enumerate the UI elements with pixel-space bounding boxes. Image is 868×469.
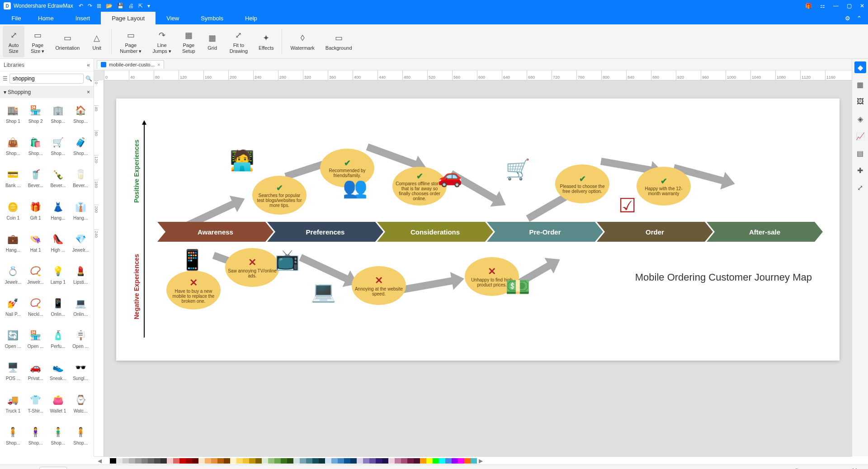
palette-prev-icon[interactable]: ◀: [96, 458, 104, 464]
library-item[interactable]: 🪧Open ...: [69, 326, 92, 357]
color-swatch[interactable]: [110, 458, 116, 464]
color-swatch[interactable]: [452, 458, 458, 464]
redo-icon[interactable]: ↷: [88, 3, 92, 9]
library-menu-icon[interactable]: ☰: [3, 73, 8, 84]
library-item[interactable]: 🎁Gift 1: [24, 197, 47, 229]
color-swatch[interactable]: [198, 458, 205, 464]
library-item[interactable]: 👟Sneak...: [47, 358, 70, 389]
library-item[interactable]: 🏬Shop 1: [2, 101, 24, 132]
color-swatch[interactable]: [236, 458, 243, 464]
ribbon-background[interactable]: ▭Background: [321, 26, 357, 57]
stage-preferences[interactable]: Preferences: [267, 222, 383, 242]
zoom-in-icon[interactable]: ＋: [825, 467, 830, 469]
library-item[interactable]: 💳Bank ...: [2, 165, 24, 196]
positive-bubble[interactable]: ✔Searches for popular test blogs/website…: [252, 176, 307, 215]
library-item[interactable]: 🧳Shop...: [69, 133, 92, 164]
color-swatch[interactable]: [464, 458, 471, 464]
color-swatch[interactable]: [433, 458, 439, 464]
options-icon[interactable]: ⚙: [845, 15, 850, 22]
add-page-icon[interactable]: ＋: [71, 467, 77, 469]
color-swatch[interactable]: [350, 458, 357, 464]
library-item[interactable]: ⌚Watc...: [69, 390, 92, 422]
ribbon-line[interactable]: ↷LineJumps ▾: [148, 26, 175, 57]
library-item[interactable]: 🏠Shop...: [69, 101, 92, 132]
open-icon[interactable]: 📂: [106, 3, 113, 9]
menu-file[interactable]: File: [5, 12, 27, 24]
library-category-header[interactable]: ▾ Shopping ×: [0, 86, 94, 98]
negative-bubble[interactable]: ✕Saw annoying TV/online ads.: [225, 248, 279, 287]
color-swatch[interactable]: [369, 458, 376, 464]
library-item[interactable]: 📿Neckl...: [24, 294, 47, 325]
color-swatch[interactable]: [420, 458, 426, 464]
library-item[interactable]: 💍Jewelr...: [2, 262, 24, 293]
canvas-stage[interactable]: Positive Experiences Negative Experience…: [104, 80, 852, 456]
color-swatch[interactable]: [135, 458, 142, 464]
library-item[interactable]: 🧍Shop...: [2, 422, 24, 454]
library-item[interactable]: 👒Hat 1: [24, 230, 47, 261]
ribbon-orientation[interactable]: ▭Orientation: [51, 26, 84, 57]
color-swatch[interactable]: [407, 458, 414, 464]
table-icon[interactable]: ▤: [854, 147, 866, 159]
menu-tab-symbols[interactable]: Symbols: [190, 12, 234, 24]
page[interactable]: Positive Experiences Negative Experience…: [116, 98, 840, 361]
library-item[interactable]: 🔄Open ...: [2, 326, 24, 357]
stage-pre-order[interactable]: Pre-Order: [487, 222, 603, 242]
ribbon-fit-to[interactable]: ⤢Fit toDrawing: [225, 26, 252, 57]
library-item[interactable]: 💎Jewelr...: [69, 230, 92, 261]
color-swatch[interactable]: [471, 458, 477, 464]
category-close-icon[interactable]: ×: [87, 89, 90, 95]
library-item[interactable]: 💼Hang...: [2, 230, 24, 261]
ribbon-page[interactable]: ▭PageSize ▾: [26, 26, 49, 57]
color-swatch[interactable]: [426, 458, 433, 464]
library-item[interactable]: 👠High ...: [47, 230, 70, 261]
color-swatch[interactable]: [319, 458, 325, 464]
save-icon[interactable]: 💾: [117, 3, 124, 9]
page-tab[interactable]: Page-1: [39, 467, 67, 469]
menu-tab-insert[interactable]: Insert: [65, 12, 101, 24]
undo-icon[interactable]: ↶: [79, 3, 83, 9]
color-swatch[interactable]: [363, 458, 369, 464]
menu-tab-help[interactable]: Help: [234, 12, 268, 24]
library-item[interactable]: 👛Wallet 1: [47, 390, 70, 422]
color-swatch[interactable]: [388, 458, 395, 464]
library-item[interactable]: 🧍‍♂️Shop...: [47, 422, 70, 454]
library-item[interactable]: 🏪Shop 2: [24, 101, 47, 132]
positive-bubble[interactable]: ✔Pleased to choose the free delivery opt…: [555, 164, 609, 203]
library-item[interactable]: 🕶️Sungl...: [69, 358, 92, 389]
stage-considerations[interactable]: Considerations: [377, 222, 493, 242]
library-item[interactable]: 💅Nail P...: [2, 294, 24, 325]
layers-icon[interactable]: ◈: [854, 113, 866, 125]
close-tab-icon[interactable]: ×: [157, 62, 160, 67]
ribbon-effects[interactable]: ✦Effects: [254, 26, 278, 57]
color-swatch[interactable]: [104, 458, 110, 464]
document-tab[interactable]: mobile-order-custo... ×: [97, 60, 164, 69]
color-swatch[interactable]: [414, 458, 420, 464]
print-icon[interactable]: 🖨: [128, 3, 134, 9]
color-swatch[interactable]: [148, 458, 154, 464]
color-swatch[interactable]: [338, 458, 344, 464]
library-item[interactable]: 🏪Open ...: [24, 326, 47, 357]
library-item[interactable]: 🧴Perfu...: [47, 326, 70, 357]
ribbon-page[interactable]: ▭PageNumber ▾: [115, 26, 146, 57]
color-swatch[interactable]: [186, 458, 192, 464]
color-swatch[interactable]: [123, 458, 129, 464]
library-item[interactable]: 💄Lipsti...: [69, 262, 92, 293]
menu-tab-home[interactable]: Home: [27, 12, 65, 24]
library-item[interactable]: 📱Onlin...: [47, 294, 70, 325]
stage-order[interactable]: Order: [597, 222, 713, 242]
stage-awareness[interactable]: Awareness: [157, 222, 274, 242]
color-swatch[interactable]: [268, 458, 274, 464]
ribbon-unit[interactable]: △Unit: [86, 26, 108, 57]
palette-next-icon[interactable]: ▶: [477, 458, 485, 464]
color-swatch[interactable]: [167, 458, 173, 464]
color-swatch[interactable]: [243, 458, 249, 464]
image-tool-icon[interactable]: 🖼: [854, 96, 866, 108]
color-swatch[interactable]: [300, 458, 306, 464]
color-swatch[interactable]: [129, 458, 135, 464]
library-item[interactable]: 👕T-Shir...: [24, 390, 47, 422]
ribbon-grid[interactable]: ▦Grid: [202, 26, 223, 57]
library-item[interactable]: 👗Hang...: [47, 197, 70, 229]
color-swatch[interactable]: [376, 458, 382, 464]
color-swatch[interactable]: [192, 458, 198, 464]
collapse-ribbon-icon[interactable]: ⌃: [857, 15, 862, 22]
